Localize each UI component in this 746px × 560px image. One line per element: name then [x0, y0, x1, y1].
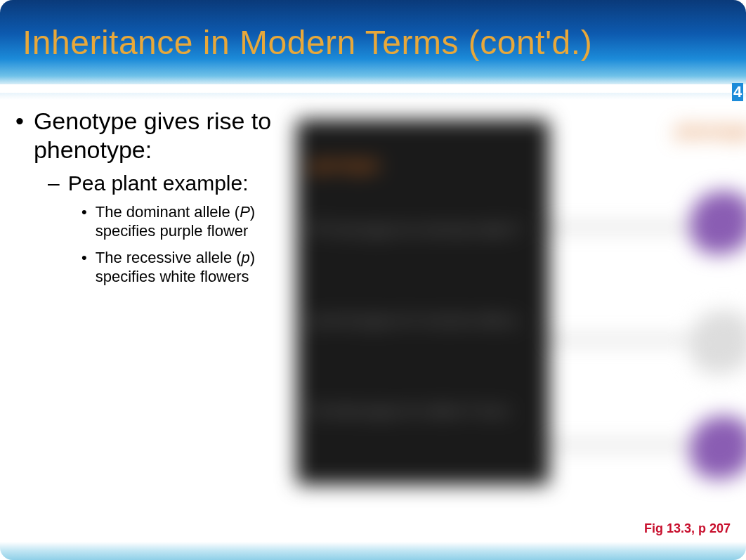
bullet-level-3-b: • The recessive allele (p) specifies whi… [81, 248, 282, 287]
title-bar: Inheritance in Modern Terms (cont'd.) [0, 0, 746, 84]
figure-column: genotype PP homozygous for dominant alle… [289, 107, 732, 514]
figure-caption: Fig 13.3, p 207 [644, 521, 731, 536]
bullet-dot-icon: • [81, 248, 87, 268]
l3a-pre: The dominant allele ( [96, 203, 240, 221]
arrow-icon [549, 444, 690, 446]
flower-purple-icon [690, 416, 746, 479]
arrow-icon [549, 339, 690, 341]
bullet-level-1: • Genotype gives rise to phenotype: [14, 107, 282, 164]
slide-title: Inheritance in Modern Terms (cont'd.) [22, 23, 592, 62]
bullet-dot-icon: • [81, 202, 87, 222]
text-column: • Genotype gives rise to phenotype: – Pe… [14, 107, 289, 514]
figure-row-2: pp homozygous for recessive allele p [310, 312, 535, 330]
flower-white-icon [690, 311, 746, 374]
figure-header-right: phenotype [676, 122, 746, 143]
figure-box: genotype PP homozygous for dominant alle… [296, 119, 549, 485]
separator-band [0, 84, 746, 93]
page-marker: 4 [732, 83, 743, 101]
bullet-dot-icon: • [15, 107, 24, 136]
figure-row-3: Pp heterozygous for alleles P and p [310, 403, 535, 420]
flower-purple-icon [690, 191, 746, 254]
arrow-icon [549, 226, 690, 228]
figure-header-left: genotype [310, 156, 535, 177]
content-area: • Genotype gives rise to phenotype: – Pe… [0, 100, 746, 514]
bullet-l2-text: Pea plant example: [68, 171, 249, 195]
bullet-level-2: – Pea plant example: [48, 171, 282, 195]
bottom-band [0, 542, 746, 560]
slide-frame: Inheritance in Modern Terms (cont'd.) 4 … [0, 0, 746, 560]
bullet-l3b-text: The recessive allele (p) specifies white… [96, 248, 282, 287]
faint-band [0, 93, 746, 100]
figure-row-1: PP homozygous for dominant allele P [310, 221, 535, 239]
bullet-l1-text: Genotype gives rise to phenotype: [34, 107, 282, 164]
bullet-level-3-a: • The dominant allele (P) specifies purp… [81, 202, 282, 241]
blurred-figure: genotype PP homozygous for dominant alle… [296, 107, 732, 500]
bullet-dash-icon: – [48, 171, 60, 195]
l3a-em: P [240, 203, 250, 221]
l3b-em: p [242, 249, 250, 266]
bullet-l3a-text: The dominant allele (P) specifies purple… [96, 202, 282, 241]
l3b-pre: The recessive allele ( [96, 249, 242, 266]
